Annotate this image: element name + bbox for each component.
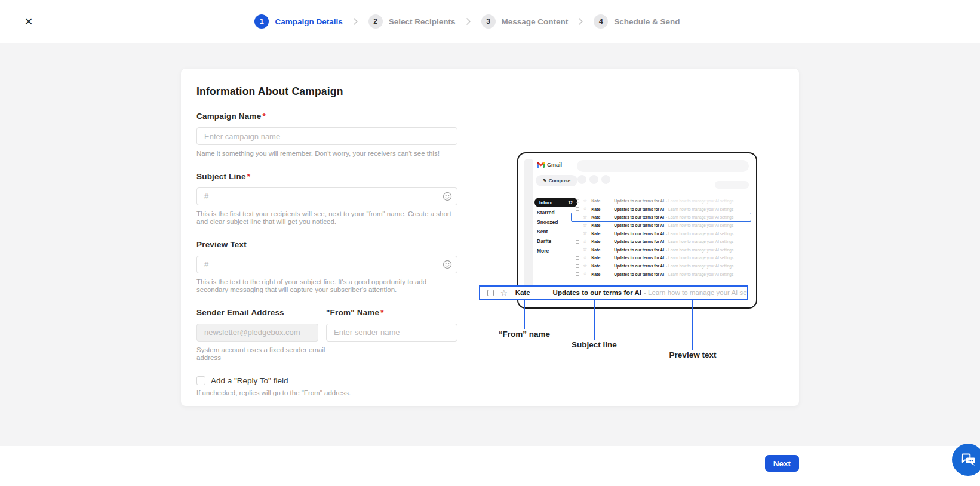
step-schedule-send[interactable]: 4 Schedule & Send — [594, 14, 680, 29]
star-icon: ☆ — [500, 289, 508, 297]
callout-email-row: ☆ Kate Updates to our terms for AI - Lea… — [479, 285, 748, 300]
star-icon: ☆ — [583, 256, 587, 260]
reply-to-label[interactable]: Add a "Reply To" field — [211, 376, 288, 385]
step-number-badge: 4 — [594, 14, 608, 29]
star-icon: ☆ — [583, 223, 587, 228]
campaign-form: Information About Campaign Campaign Name… — [196, 69, 457, 397]
gmail-email-row: ☆ Kate Updates to our terms for AI - Lea… — [576, 254, 750, 262]
campaign-name-input[interactable] — [196, 127, 457, 145]
page-title: Information About Campaign — [196, 85, 457, 98]
required-asterisk: * — [262, 112, 265, 121]
step-label: Schedule & Send — [614, 17, 680, 26]
gmail-email-row: ☆ Kate Updates to our terms for AI - Lea… — [576, 262, 750, 270]
chat-bubbles-icon — [960, 453, 976, 467]
star-icon: ☆ — [583, 247, 587, 252]
step-label: Campaign Details — [275, 17, 342, 26]
from-name-label: "From" Name* — [326, 308, 457, 317]
chevron-right-icon — [579, 18, 583, 25]
annotation-from-name: “From” name — [499, 330, 550, 339]
star-icon: ☆ — [583, 239, 587, 244]
close-button[interactable]: × — [21, 14, 36, 29]
reply-to-checkbox[interactable] — [196, 376, 205, 385]
wizard-footer: Next — [0, 446, 980, 486]
star-icon: ☆ — [583, 272, 587, 276]
sender-email-label: Sender Email Address — [196, 308, 318, 317]
gmail-email-row: ☆ Kate Updates to our terms for AI - Lea… — [576, 229, 750, 238]
star-icon: ☆ — [583, 207, 587, 211]
checkbox-icon — [576, 216, 579, 219]
preview-text-input[interactable] — [196, 256, 457, 273]
subject-line-label: Subject Line* — [196, 172, 457, 181]
campaign-name-label: Campaign Name* — [196, 112, 457, 121]
campaign-details-card: Information About Campaign Campaign Name… — [181, 69, 799, 406]
smiley-icon — [443, 192, 452, 201]
gmail-email-row: ☆ Kate Updates to our terms for AI - Lea… — [576, 238, 750, 246]
step-campaign-details[interactable]: 1 Campaign Details — [254, 14, 342, 29]
callout-preview: - Learn how to manage your AI settings — [644, 289, 748, 296]
connector-line-from-name — [524, 300, 525, 329]
gmail-email-row: ☆ Kate Updates to our terms for AI - Lea… — [576, 222, 750, 230]
campaign-name-helper: Name it something you will remember. Don… — [196, 150, 457, 158]
checkbox-icon — [576, 272, 579, 276]
gmail-email-row: ☆ Kate Updates to our terms for AI - Lea… — [576, 270, 750, 278]
step-select-recipients[interactable]: 2 Select Recipients — [368, 14, 456, 29]
chevron-right-icon — [466, 18, 471, 25]
checkbox-icon — [576, 240, 579, 244]
chat-widget-button[interactable] — [952, 444, 980, 476]
checkbox-icon — [576, 264, 579, 268]
preview-text-label: Preview Text — [196, 240, 457, 249]
subject-line-input[interactable] — [196, 187, 457, 205]
wizard-header: × 1 Campaign Details 2 Select Recipients… — [0, 0, 980, 43]
step-number-badge: 2 — [368, 14, 383, 29]
main-content: Information About Campaign Campaign Name… — [0, 43, 980, 446]
callout-sender: Kate — [515, 289, 530, 296]
annotation-subject-line: Subject line — [572, 340, 617, 349]
reply-to-helper: If unchecked, replies will go to the "Fr… — [196, 389, 457, 398]
sender-email-input — [196, 324, 318, 342]
annotation-preview-text: Preview text — [669, 350, 717, 359]
star-icon: ☆ — [583, 264, 587, 269]
gmail-illustration: Gmail ✎ Compose Inbox 12 Starred Snooze — [472, 149, 758, 367]
gmail-email-row: ☆ Kate Updates to our terms for AI - Lea… — [576, 205, 750, 214]
step-number-badge: 3 — [481, 14, 496, 29]
gmail-row-list: ☆ Kate Updates to our terms for AI - Lea… — [518, 153, 756, 307]
preview-text-helper: This is the text to the right of your su… — [196, 278, 457, 294]
smiley-icon — [443, 260, 452, 269]
sender-email-helper: System account uses a fixed sender email… — [196, 346, 339, 362]
checkbox-icon — [576, 248, 579, 251]
connector-line-preview — [692, 300, 693, 350]
checkbox-icon — [487, 290, 494, 296]
checkbox-icon — [576, 199, 579, 203]
wizard-stepper: 1 Campaign Details 2 Select Recipients 3… — [254, 14, 680, 29]
gmail-email-row: ☆ Kate Updates to our terms for AI - Lea… — [576, 197, 750, 205]
required-asterisk: * — [247, 172, 250, 181]
checkbox-icon — [576, 232, 579, 235]
gmail-email-row: ☆ Kate Updates to our terms for AI - Lea… — [576, 246, 750, 254]
emoji-picker-button[interactable] — [443, 192, 452, 201]
callout-subject: Updates to our terms for AI — [553, 289, 641, 296]
checkbox-icon — [576, 207, 579, 211]
emoji-picker-button[interactable] — [443, 260, 452, 269]
close-icon: × — [24, 13, 33, 29]
gmail-email-row: ☆ Kate Updates to our terms for AI - Lea… — [576, 213, 750, 222]
chevron-right-icon — [354, 18, 358, 25]
step-message-content[interactable]: 3 Message Content — [481, 14, 569, 29]
step-label: Select Recipients — [389, 17, 456, 26]
next-button[interactable]: Next — [765, 455, 799, 472]
star-icon: ☆ — [583, 199, 587, 204]
connector-line-subject — [594, 300, 595, 340]
step-label: Message Content — [502, 17, 569, 26]
required-asterisk: * — [380, 308, 383, 317]
star-icon: ☆ — [583, 215, 587, 220]
star-icon: ☆ — [583, 231, 587, 236]
from-name-input[interactable] — [326, 324, 457, 342]
subject-line-helper: This is the first text your recipients w… — [196, 210, 457, 226]
checkbox-icon — [576, 224, 579, 227]
checkbox-icon — [576, 256, 579, 260]
step-number-badge: 1 — [254, 14, 269, 29]
